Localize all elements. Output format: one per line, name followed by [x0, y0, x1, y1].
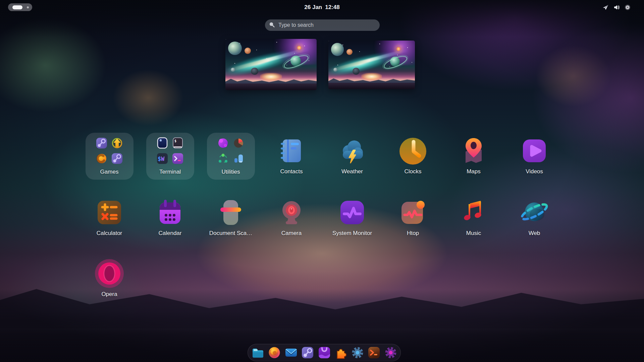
dock-item-steam[interactable]: [301, 346, 314, 359]
heroic-icon: [95, 152, 108, 165]
folder-utilities[interactable]: Utilities: [207, 133, 255, 180]
network-icon[interactable]: [602, 4, 608, 10]
workspace-wallpaper-preview: [225, 39, 317, 90]
app-weather[interactable]: Weather: [328, 133, 376, 183]
app-videos[interactable]: Videos: [511, 133, 558, 183]
app-calendar[interactable]: Calendar: [146, 194, 194, 245]
clock[interactable]: 26 Jan 12:48: [304, 0, 339, 15]
svg-text:$: $: [174, 139, 176, 143]
app-label: Clocks: [404, 168, 421, 175]
svg-text:W: W: [161, 156, 165, 162]
app-label: Opera: [101, 291, 117, 298]
app-clocks[interactable]: Clocks: [389, 133, 437, 183]
app-music[interactable]: Music: [450, 194, 498, 245]
app-label: Maps: [467, 168, 481, 175]
disk-usage-icon: [232, 137, 245, 149]
calendar-icon: [155, 198, 185, 227]
app-label: Weather: [341, 168, 363, 175]
app-label: Calendar: [159, 230, 182, 237]
app-label: Videos: [526, 168, 543, 175]
app-camera[interactable]: Camera: [268, 194, 316, 245]
steam-icon: [95, 137, 108, 149]
app-label: System Monitor: [332, 230, 372, 237]
app-label: Games: [100, 169, 119, 175]
dock-item-mail[interactable]: [284, 346, 298, 359]
folder-preview: $ $W: [156, 137, 184, 165]
app-label: Music: [466, 230, 481, 237]
dock-item-settings[interactable]: [351, 346, 364, 359]
app-maps[interactable]: Maps: [450, 133, 498, 183]
puzzle-icon: [334, 346, 347, 359]
app-label: Contacts: [280, 168, 303, 175]
top-bar: 26 Jan 12:48: [0, 0, 644, 15]
workspace-dot: [27, 6, 29, 8]
app-system-monitor[interactable]: System Monitor: [328, 194, 376, 245]
dock-item-tweaks[interactable]: [384, 346, 397, 359]
folder-preview: [217, 137, 245, 165]
clocks-icon: [398, 136, 428, 166]
dock-item-terminal[interactable]: [367, 346, 381, 359]
clock-time: 12:48: [325, 4, 339, 11]
search-input[interactable]: [278, 22, 376, 28]
dock-item-fragments[interactable]: [318, 346, 331, 359]
app-label: Htop: [407, 230, 419, 237]
opera-icon: [95, 259, 124, 288]
clock-date: 26 Jan: [304, 4, 322, 11]
app-label: Document Sca…: [209, 230, 253, 237]
system-monitor-icon: [337, 198, 367, 227]
orb-icon: [217, 137, 229, 149]
console-icon: [171, 152, 184, 165]
dock: [248, 344, 401, 361]
lutris-icon: [111, 137, 123, 149]
steam-icon: [111, 152, 123, 165]
camera-icon: [277, 198, 306, 227]
system-status-area[interactable]: [602, 0, 631, 15]
web-icon: [520, 198, 549, 227]
gear-icon: [351, 346, 364, 359]
maps-icon: [459, 136, 488, 166]
app-document-scanner[interactable]: Document Sca…: [207, 194, 255, 245]
share-icon: [217, 152, 229, 165]
app-label: Calculator: [97, 230, 122, 237]
volume-icon[interactable]: [613, 4, 620, 10]
contacts-icon: [277, 136, 306, 166]
dock-item-extensions[interactable]: [334, 346, 347, 359]
folder-games[interactable]: Games: [86, 133, 133, 180]
fragments-icon: [318, 346, 331, 359]
kitty-terminal-icon: [156, 137, 169, 149]
videos-icon: [520, 136, 549, 166]
folder-preview: [95, 137, 123, 165]
wave-terminal-icon: $W: [156, 152, 169, 165]
workspace-wallpaper-preview: [328, 41, 415, 89]
firefox-icon: [268, 346, 281, 359]
dock-item-files[interactable]: [251, 346, 265, 359]
app-label: Web: [529, 230, 540, 237]
app-label: Terminal: [159, 169, 181, 175]
workspace-indicator-pill[interactable]: [8, 3, 32, 11]
active-workspace-pill: [12, 5, 22, 9]
workspace-2-thumbnail[interactable]: [328, 41, 415, 89]
music-icon: [459, 198, 488, 227]
terminal-icon: [367, 346, 381, 359]
files-mini-icon: [232, 152, 245, 165]
weather-icon: [337, 136, 367, 166]
calculator-icon: [95, 198, 124, 227]
power-icon[interactable]: [625, 4, 631, 10]
svg-text:$: $: [158, 156, 161, 162]
dock-item-firefox[interactable]: [268, 346, 281, 359]
workspace-1-thumbnail[interactable]: [225, 39, 317, 90]
document-scanner-icon: [216, 198, 246, 227]
terminal-dark-icon: $: [171, 137, 184, 149]
app-calculator[interactable]: Calculator: [86, 194, 133, 245]
app-web[interactable]: Web: [511, 194, 558, 245]
app-contacts[interactable]: Contacts: [268, 133, 316, 183]
htop-icon: [398, 198, 428, 227]
app-opera[interactable]: Opera: [86, 255, 133, 306]
app-htop[interactable]: Htop: [389, 194, 437, 245]
folder-terminal[interactable]: $ $W Terminal: [146, 133, 194, 180]
search-bar[interactable]: [265, 19, 380, 31]
app-label: Utilities: [222, 169, 240, 175]
files-icon: [251, 346, 265, 359]
mail-icon: [284, 346, 298, 359]
search-icon: [269, 22, 275, 29]
